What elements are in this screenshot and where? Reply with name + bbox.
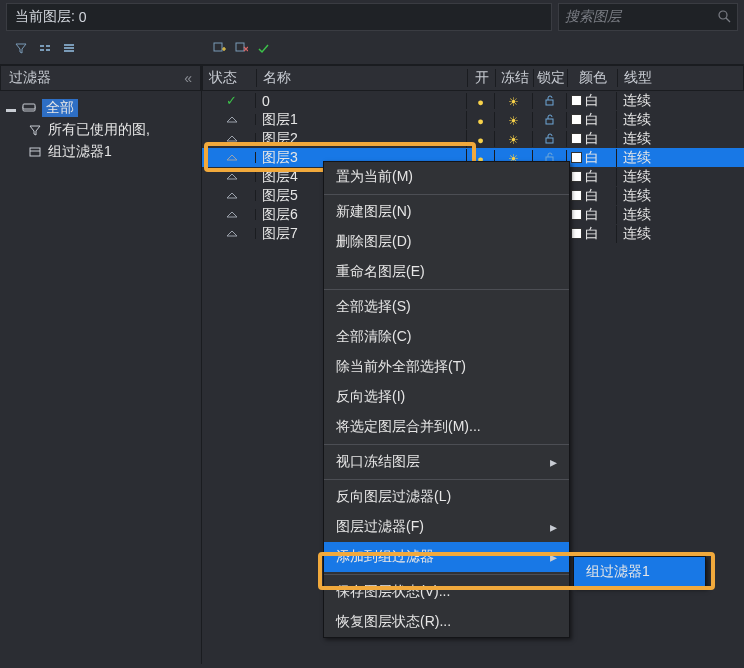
svg-rect-2	[40, 45, 44, 47]
menu-separator	[324, 194, 569, 195]
menu-item[interactable]: 视口冻结图层▸	[324, 447, 569, 477]
menu-item[interactable]: 保存图层状态(V)...	[324, 577, 569, 607]
bulb-icon[interactable]: ●	[477, 96, 484, 108]
svg-rect-17	[546, 138, 553, 143]
color-swatch[interactable]	[571, 190, 582, 201]
menu-item-label: 图层过滤器(F)	[336, 518, 424, 536]
menu-item[interactable]: 除当前外全部选择(T)	[324, 352, 569, 382]
color-swatch[interactable]	[571, 133, 582, 144]
menu-item-label: 重命名图层(E)	[336, 263, 425, 281]
expand-icon[interactable]: ▬	[6, 103, 16, 114]
tree-child-group[interactable]: 组过滤器1	[4, 141, 197, 163]
lock-icon[interactable]	[544, 114, 555, 128]
color-swatch[interactable]	[571, 228, 582, 239]
menu-item[interactable]: 新建图层(N)	[324, 197, 569, 227]
filter-tool-icon[interactable]	[14, 41, 28, 58]
menu-item-label: 视口冻结图层	[336, 453, 420, 471]
layer-state-icon	[225, 171, 239, 182]
menu-item-label: 删除图层(D)	[336, 233, 411, 251]
menu-separator	[324, 289, 569, 290]
table-row[interactable]: 图层2●☀白连续	[202, 129, 744, 148]
menu-separator	[324, 444, 569, 445]
sun-icon[interactable]: ☀	[508, 95, 519, 109]
table-row[interactable]: ✓0●☀白连续	[202, 91, 744, 110]
color-swatch[interactable]	[571, 171, 582, 182]
linetype-cell: 连续	[617, 92, 717, 110]
search-input[interactable]: 搜索图层	[558, 3, 738, 31]
col-name[interactable]: 名称	[257, 69, 468, 87]
color-swatch[interactable]	[571, 114, 582, 125]
col-lock[interactable]: 锁定	[534, 69, 568, 87]
filter-panel-header: 过滤器 «	[0, 65, 201, 91]
menu-item[interactable]: 图层过滤器(F)▸	[324, 512, 569, 542]
menu-item[interactable]: 恢复图层状态(R)...	[324, 607, 569, 637]
menu-item[interactable]: 将选定图层合并到(M)...	[324, 412, 569, 442]
svg-rect-16	[546, 119, 553, 124]
menu-separator	[324, 479, 569, 480]
col-color[interactable]: 颜色	[568, 69, 618, 87]
menu-item[interactable]: 反向图层过滤器(L)	[324, 482, 569, 512]
menu-item[interactable]: 置为当前(M)	[324, 162, 569, 192]
color-label: 白	[585, 168, 599, 186]
lock-icon[interactable]	[544, 95, 555, 109]
layer-list-icon[interactable]	[62, 41, 76, 58]
filter-panel-title: 过滤器	[9, 69, 51, 87]
svg-rect-13	[30, 148, 40, 156]
color-label: 白	[585, 206, 599, 224]
layer-state-icon	[225, 133, 239, 144]
menu-item-label: 反向图层过滤器(L)	[336, 488, 451, 506]
svg-rect-4	[40, 49, 44, 51]
tree-root[interactable]: ▬ 全部	[4, 97, 197, 119]
sun-icon[interactable]: ☀	[508, 114, 519, 128]
svg-rect-8	[64, 50, 74, 52]
col-freeze[interactable]: 冻结	[496, 69, 534, 87]
set-current-icon[interactable]	[256, 41, 270, 58]
menu-item[interactable]: 反向选择(I)	[324, 382, 569, 412]
bulb-icon[interactable]: ●	[477, 134, 484, 146]
col-linetype[interactable]: 线型	[618, 69, 718, 87]
col-state[interactable]: 状态	[203, 69, 257, 87]
context-menu[interactable]: 置为当前(M)新建图层(N)删除图层(D)重命名图层(E)全部选择(S)全部清除…	[323, 161, 570, 638]
new-layer-icon[interactable]	[212, 41, 226, 58]
layer-table-header: 状态 名称 开 冻结 锁定 颜色 线型	[202, 65, 744, 91]
layer-state-icon[interactable]	[38, 41, 52, 58]
menu-item[interactable]: 添加到组过滤器▸	[324, 542, 569, 572]
bulb-icon[interactable]: ●	[477, 115, 484, 127]
submenu-item-group1[interactable]: 组过滤器1	[574, 557, 705, 587]
color-swatch[interactable]	[571, 152, 582, 163]
color-label: 白	[585, 187, 599, 205]
filter-all-icon	[20, 101, 38, 115]
delete-layer-icon[interactable]	[234, 41, 248, 58]
submenu-add-to-group[interactable]: 组过滤器1	[573, 556, 706, 588]
svg-rect-7	[64, 47, 74, 49]
svg-point-0	[719, 11, 727, 19]
color-swatch[interactable]	[571, 209, 582, 220]
menu-item-label: 添加到组过滤器	[336, 548, 434, 566]
menu-item[interactable]: 全部清除(C)	[324, 322, 569, 352]
svg-line-1	[726, 18, 730, 22]
tree-child1-label: 所有已使用的图,	[48, 121, 150, 139]
sun-icon[interactable]: ☀	[508, 133, 519, 147]
filter-used-icon	[26, 123, 44, 137]
menu-item[interactable]: 重命名图层(E)	[324, 257, 569, 287]
current-layer-value: 0	[79, 9, 87, 25]
table-row[interactable]: 图层1●☀白连续	[202, 110, 744, 129]
filter-group-icon	[26, 145, 44, 159]
color-swatch[interactable]	[571, 95, 582, 106]
linetype-cell: 连续	[617, 168, 717, 186]
layer-state-icon	[225, 228, 239, 239]
collapse-icon[interactable]: «	[184, 70, 192, 86]
layer-name-cell: 图层2	[256, 130, 467, 148]
menu-item[interactable]: 全部选择(S)	[324, 292, 569, 322]
menu-item-label: 反向选择(I)	[336, 388, 405, 406]
current-layer-field[interactable]: 当前图层: 0	[6, 3, 552, 31]
tree-child-allused[interactable]: 所有已使用的图,	[4, 119, 197, 141]
color-label: 白	[585, 130, 599, 148]
menu-item[interactable]: 删除图层(D)	[324, 227, 569, 257]
svg-rect-6	[64, 44, 74, 46]
menu-item-label: 新建图层(N)	[336, 203, 411, 221]
lock-icon[interactable]	[544, 133, 555, 147]
layer-state-icon	[225, 209, 239, 220]
linetype-cell: 连续	[617, 111, 717, 129]
col-on[interactable]: 开	[468, 69, 496, 87]
